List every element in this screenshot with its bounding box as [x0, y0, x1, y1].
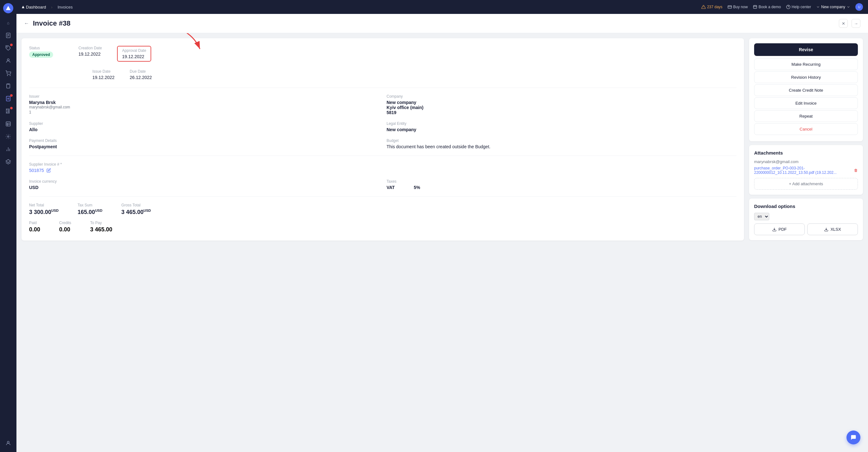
budget-section: Budget This document has been created ou…: [386, 138, 736, 149]
svg-point-6: [7, 59, 9, 61]
app-logo[interactable]: [3, 3, 13, 13]
svg-point-8: [10, 75, 10, 76]
attachment-link-row: purchase_order_PO-003-201-2200000012_10.…: [754, 166, 858, 175]
sidebar: ⌂: [0, 0, 17, 452]
svg-marker-0: [6, 6, 11, 10]
svg-point-19: [8, 136, 9, 137]
tag-icon[interactable]: [3, 42, 14, 54]
issue-date-section: Issue Date 19.12.2022 Due Date 26.12.202…: [92, 69, 152, 80]
pdf-download-button[interactable]: PDF: [754, 223, 805, 235]
make-recurring-button[interactable]: Make Recurring: [754, 59, 858, 70]
repeat-button[interactable]: Repeat: [754, 110, 858, 122]
table-icon[interactable]: [3, 118, 14, 130]
navbar-sep: ›: [51, 5, 53, 9]
cart-icon[interactable]: [3, 68, 14, 79]
download-panel: Download options en PDF XLSX: [749, 198, 863, 240]
attachment-file-link[interactable]: purchase_order_PO-003-201-2200000012_10.…: [754, 166, 854, 175]
attachments-panel: Attachments marynabrsk@gmail.com purchas…: [749, 145, 863, 195]
supplier-invoice-link[interactable]: 501875: [29, 168, 44, 173]
document-icon[interactable]: [3, 30, 14, 41]
status-badge: Approved: [29, 52, 53, 58]
receipt-icon[interactable]: [3, 105, 14, 117]
net-total-field: Net Total 3 300.00USD: [29, 203, 59, 216]
clipboard-icon[interactable]: [3, 80, 14, 92]
due-date-field: Due Date 26.12.2022: [130, 69, 152, 80]
svg-point-5: [7, 46, 7, 47]
download-xlsx-icon: [824, 227, 829, 232]
invoice-card: Status Approved Creation Date 19.12.2022…: [22, 38, 744, 240]
svg-rect-28: [728, 6, 732, 8]
revision-history-button[interactable]: Revision History: [754, 71, 858, 83]
svg-point-24: [7, 441, 9, 443]
download-title: Download options: [754, 203, 858, 209]
paid-field: Paid 0.00: [29, 221, 40, 233]
totals-row: Net Total 3 300.00USD Tax Sum 165.00USD: [29, 203, 736, 216]
right-panel: Revise Make Recurring Revision History C…: [749, 38, 863, 240]
status-section: Status Approved: [29, 46, 53, 62]
attachment-email: marynabrsk@gmail.com: [754, 159, 858, 164]
warning-days[interactable]: 237 days: [701, 5, 722, 9]
payment-totals-row: Paid 0.00 Credits 0.00 To Pay 3 465.00: [29, 221, 736, 233]
issuer-section: Issuer Maryna Brsk marynabrsk@gmail.com …: [29, 94, 379, 115]
profile-icon[interactable]: [3, 438, 14, 449]
invoice-icon[interactable]: [3, 93, 14, 104]
revise-button[interactable]: Revise: [754, 43, 858, 56]
edit-supplier-invoice-icon[interactable]: [46, 168, 51, 172]
help-center-btn[interactable]: Help center: [786, 5, 811, 9]
svg-marker-23: [6, 160, 11, 163]
next-nav-btn[interactable]: →: [851, 19, 860, 28]
taxes-section: Taxes VAT 5%: [386, 179, 736, 190]
credits-field: Credits 0.00: [59, 221, 71, 233]
svg-rect-10: [6, 96, 10, 101]
settings-icon2[interactable]: [3, 131, 14, 142]
supplier-section: Supplier Allo: [29, 121, 379, 132]
company-selector[interactable]: New company: [816, 5, 850, 9]
svg-marker-25: [22, 6, 24, 8]
to-pay-field: To Pay 3 465.00: [90, 221, 112, 233]
user-avatar[interactable]: U: [855, 3, 863, 11]
buy-now-btn[interactable]: Buy now: [727, 5, 748, 9]
currency-section: Invoice currency USD: [29, 179, 379, 190]
gross-total-field: Gross Total 3 465.00USD: [121, 203, 151, 216]
create-credit-note-button[interactable]: Create Credit Note: [754, 85, 858, 96]
download-buttons: PDF XLSX: [754, 223, 858, 235]
svg-rect-15: [6, 122, 10, 126]
home-icon[interactable]: ⌂: [3, 17, 14, 28]
dates-section: Creation Date 19.12.2022 Approval Date 1…: [79, 46, 151, 62]
issue-date-field: Issue Date 19.12.2022: [92, 69, 115, 80]
close-nav-btn[interactable]: ✕: [839, 19, 848, 28]
language-select[interactable]: en: [754, 213, 769, 220]
navbar: Dashboard › Invoices 237 days Buy now Bo…: [17, 0, 868, 14]
attachments-title: Attachments: [754, 150, 858, 156]
legal-entity-section: Legal Entity New company: [386, 121, 736, 132]
book-demo-btn[interactable]: Book a demo: [753, 5, 781, 9]
page-header: ← Invoice #38 ✕ →: [17, 14, 868, 33]
users-icon[interactable]: [3, 55, 14, 66]
cancel-button[interactable]: Cancel: [754, 123, 858, 135]
action-panel: Revise Make Recurring Revision History C…: [749, 38, 863, 141]
download-pdf-icon: [772, 227, 777, 232]
tax-sum-field: Tax Sum 165.00USD: [78, 203, 102, 216]
add-attachment-button[interactable]: + Add attachments: [754, 178, 858, 190]
chart-icon[interactable]: [3, 143, 14, 155]
supplier-invoice-section: Supplier Invoice # * 501875: [29, 162, 736, 173]
page-title: Invoice #38: [33, 19, 70, 28]
xlsx-download-button[interactable]: XLSX: [807, 223, 858, 235]
payment-section: Payment Details Postpayment: [29, 138, 379, 149]
company-section: Company New company Kyiv office (main) 5…: [386, 94, 736, 115]
chat-bubble-button[interactable]: [846, 430, 860, 444]
svg-rect-30: [753, 5, 757, 8]
navbar-invoices[interactable]: Invoices: [58, 5, 73, 9]
back-button[interactable]: ←: [24, 21, 29, 26]
navbar-brand[interactable]: Dashboard: [22, 5, 46, 9]
layers-icon[interactable]: [3, 156, 14, 167]
invoice-body: Status Approved Creation Date 19.12.2022…: [17, 33, 868, 246]
creation-date-field: Creation Date 19.12.2022: [79, 46, 102, 62]
edit-invoice-button[interactable]: Edit Invoice: [754, 97, 858, 109]
approval-date-field: Approval Date 19.12.2022: [117, 46, 151, 62]
attachment-delete-btn[interactable]: 🗑: [854, 168, 858, 172]
svg-point-7: [7, 75, 8, 76]
status-label: Status: [29, 46, 53, 50]
